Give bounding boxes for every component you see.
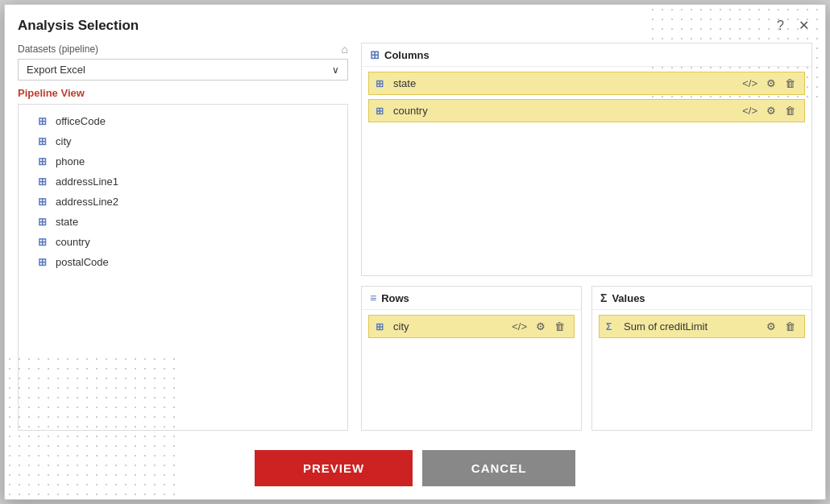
field-name-label: city — [393, 320, 504, 333]
tree-item-label: addressLine2 — [56, 196, 118, 208]
tree-item[interactable]: ⊞city — [22, 131, 344, 151]
analysis-selection-dialog: Analysis Selection ? ✕ Datasets (pipelin… — [4, 4, 826, 500]
columns-body: ⊞state</>⚙🗑⊞country</>⚙🗑 — [362, 67, 811, 275]
dropdown-arrow-icon: ∨ — [332, 64, 339, 76]
tree-item-label: addressLine1 — [56, 176, 118, 188]
field-gear-button[interactable]: ⚙ — [764, 320, 778, 333]
tree-item-label: city — [56, 135, 72, 147]
tree-item-icon: ⊞ — [38, 115, 51, 127]
rows-header-icon: ≡ — [370, 291, 376, 304]
field-code-button[interactable]: </> — [740, 76, 760, 90]
tree-item-icon: ⊞ — [38, 176, 51, 188]
values-header-icon: Σ — [600, 291, 607, 304]
help-button[interactable]: ? — [774, 17, 787, 35]
left-panel: Datasets (pipeline) ⌂ Export Excel ∨ Pip… — [18, 43, 348, 431]
field-name-label: country — [393, 105, 735, 117]
dialog-header: Analysis Selection ? ✕ — [5, 5, 825, 43]
field-delete-button[interactable]: 🗑 — [552, 320, 567, 333]
datasets-dropdown[interactable]: Export Excel ∨ — [18, 59, 348, 81]
pipeline-tree: ⊞officeCode⊞city⊞phone⊞addressLine1⊞addr… — [18, 104, 348, 431]
columns-header-label: Columns — [384, 49, 430, 61]
field-actions: ⚙🗑 — [764, 320, 798, 333]
field-row: ΣSum of creditLimit⚙🗑 — [599, 315, 805, 338]
rows-section: ≡ Rows ⊞city</>⚙🗑 — [361, 286, 582, 431]
cancel-button[interactable]: CANCEL — [422, 450, 575, 486]
tree-item[interactable]: ⊞addressLine2 — [22, 192, 344, 212]
tree-item-label: phone — [56, 155, 85, 167]
dialog-body: Datasets (pipeline) ⌂ Export Excel ∨ Pip… — [5, 43, 825, 439]
field-icon: ⊞ — [376, 105, 388, 117]
field-name-label: Sum of creditLimit — [624, 320, 759, 333]
tree-item-icon: ⊞ — [38, 135, 51, 147]
dialog-footer: PREVIEW CANCEL — [5, 439, 825, 499]
values-header: Σ Values — [592, 287, 811, 310]
home-icon[interactable]: ⌂ — [342, 43, 348, 56]
field-icon: ⊞ — [376, 321, 388, 333]
tree-item-label: postalCode — [56, 256, 109, 268]
tree-item-label: state — [56, 216, 78, 228]
header-icons: ? ✕ — [774, 16, 812, 35]
values-body: ΣSum of creditLimit⚙🗑 — [592, 310, 811, 430]
field-actions: </>⚙🗑 — [740, 104, 798, 118]
tree-item-icon: ⊞ — [38, 196, 51, 208]
close-button[interactable]: ✕ — [795, 16, 812, 35]
values-section: Σ Values ΣSum of creditLimit⚙🗑 — [591, 286, 812, 431]
field-icon: Σ — [606, 321, 619, 333]
tree-item[interactable]: ⊞country — [22, 232, 344, 252]
tree-item-label: officeCode — [56, 115, 106, 127]
tree-item[interactable]: ⊞officeCode — [22, 111, 344, 131]
datasets-label-row: Datasets (pipeline) ⌂ — [18, 43, 348, 56]
tree-item-label: country — [56, 236, 90, 248]
dialog-title: Analysis Selection — [18, 18, 139, 34]
rows-header-label: Rows — [381, 292, 409, 304]
dropdown-value: Export Excel — [27, 64, 85, 76]
field-gear-button[interactable]: ⚙ — [764, 104, 778, 118]
datasets-label-text: Datasets (pipeline) — [18, 43, 98, 55]
tree-item[interactable]: ⊞addressLine1 — [22, 171, 344, 192]
field-actions: </>⚙🗑 — [740, 76, 798, 90]
values-header-label: Values — [612, 292, 645, 304]
field-delete-button[interactable]: 🗑 — [782, 104, 798, 118]
field-icon: ⊞ — [376, 78, 388, 89]
field-gear-button[interactable]: ⚙ — [533, 320, 548, 333]
field-code-button[interactable]: </> — [740, 104, 760, 118]
preview-button[interactable]: PREVIEW — [255, 450, 413, 486]
field-row: ⊞country</>⚙🗑 — [368, 99, 805, 122]
tree-item-icon: ⊞ — [38, 155, 51, 167]
tree-item[interactable]: ⊞phone — [22, 151, 344, 171]
rows-body: ⊞city</>⚙🗑 — [362, 310, 581, 430]
columns-section: ⊞ Columns ⊞state</>⚙🗑⊞country</>⚙🗑 — [361, 43, 812, 276]
tree-item[interactable]: ⊞postalCode — [22, 252, 344, 272]
field-delete-button[interactable]: 🗑 — [782, 76, 798, 90]
field-code-button[interactable]: </> — [509, 320, 529, 333]
field-delete-button[interactable]: 🗑 — [782, 320, 798, 333]
columns-header-icon: ⊞ — [370, 48, 380, 61]
tree-item[interactable]: ⊞state — [22, 212, 344, 232]
tree-item-icon: ⊞ — [38, 236, 51, 248]
field-gear-button[interactable]: ⚙ — [764, 76, 778, 90]
rows-header: ≡ Rows — [362, 287, 581, 310]
right-panel: ⊞ Columns ⊞state</>⚙🗑⊞country</>⚙🗑 ≡ Row… — [361, 43, 812, 431]
field-actions: </>⚙🗑 — [509, 320, 567, 333]
field-row: ⊞state</>⚙🗑 — [368, 72, 805, 95]
tree-item-icon: ⊞ — [38, 256, 51, 268]
field-row: ⊞city</>⚙🗑 — [368, 315, 575, 338]
bottom-panels: ≡ Rows ⊞city</>⚙🗑 Σ Values ΣSum of — [361, 286, 812, 431]
field-name-label: state — [393, 77, 735, 89]
pipeline-view-label: Pipeline View — [18, 87, 348, 99]
columns-header: ⊞ Columns — [362, 43, 811, 67]
tree-item-icon: ⊞ — [38, 216, 51, 228]
